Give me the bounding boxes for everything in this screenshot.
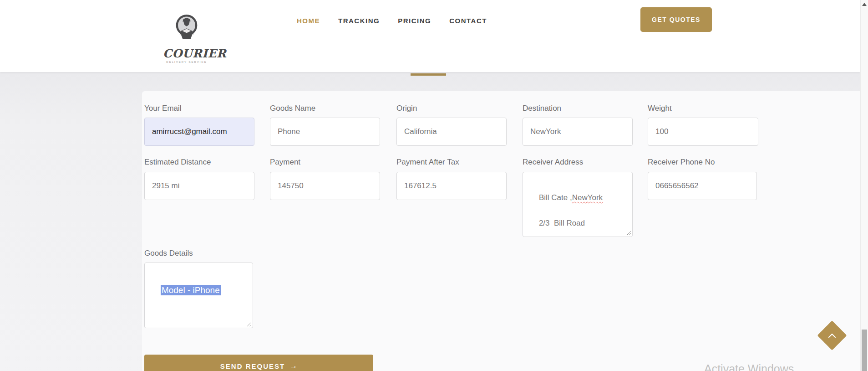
label-payment-after-tax: Payment After Tax [396,158,459,167]
arrow-right-icon: → [289,361,297,371]
goods-details-selected-text: Model - iPhone [161,285,221,295]
nav-link-tracking[interactable]: TRACKING [338,17,380,25]
receiver-phone-input[interactable] [648,172,757,200]
get-quotes-button[interactable]: GET QUOTES [640,7,712,32]
page: COURIER DELIVERY SERVICE HOME TRACKING P… [0,0,868,371]
scrollbar-up-arrow-icon[interactable] [862,3,867,6]
browser-scrollbar[interactable] [860,0,868,371]
receiver-address-line1: Bill Cate , [539,193,572,202]
send-request-button[interactable]: SEND REQUEST → [144,355,373,371]
label-goods-details: Goods Details [144,249,193,258]
chevron-up-icon [822,325,843,346]
label-weight: Weight [648,104,672,113]
email-input[interactable] [144,118,254,146]
quote-section [0,72,860,371]
goods-name-input[interactable] [270,118,380,146]
nav-link-contact[interactable]: CONTACT [449,17,487,25]
receiver-address-textarea[interactable]: Bill Cate ,NewYork 2/3 Bill Road [523,172,633,237]
courier-badge-icon [171,12,203,45]
header: COURIER DELIVERY SERVICE HOME TRACKING P… [0,0,860,72]
label-receiver-phone: Receiver Phone No [648,158,715,167]
label-estimated-distance: Estimated Distance [144,158,211,167]
logo-subtitle: DELIVERY SERVICE [163,61,210,63]
logo-title: COURIER [163,47,210,60]
label-payment: Payment [270,158,300,167]
main-nav: HOME TRACKING PRICING CONTACT [297,17,487,25]
goods-details-textarea[interactable]: Model - iPhone [144,263,253,328]
label-your-email: Your Email [144,104,182,113]
weight-input[interactable] [648,118,758,146]
nav-link-home[interactable]: HOME [297,17,320,25]
resize-handle-icon[interactable] [626,231,631,236]
origin-input[interactable] [396,118,507,146]
destination-input[interactable] [523,118,633,146]
logo[interactable]: COURIER DELIVERY SERVICE [163,12,210,63]
label-goods-name: Goods Name [270,104,315,113]
resize-handle-icon[interactable] [247,322,252,327]
send-request-label: SEND REQUEST [220,362,285,370]
nav-link-pricing[interactable]: PRICING [398,17,431,25]
scrollbar-thumb[interactable] [862,330,867,371]
payment-after-tax-input[interactable] [396,172,507,200]
payment-input[interactable] [270,172,380,200]
label-origin: Origin [396,104,417,113]
receiver-address-line2: 2/3 Bill Road [539,219,585,227]
scroll-to-top-button[interactable] [817,320,847,350]
label-receiver-address: Receiver Address [523,158,583,167]
receiver-address-misspelled-word: NewYork [572,193,603,202]
section-divider-bar [411,73,446,76]
activate-windows-watermark: Activate Windows [704,362,794,371]
label-destination: Destination [523,104,561,113]
estimated-distance-input[interactable] [144,172,254,200]
